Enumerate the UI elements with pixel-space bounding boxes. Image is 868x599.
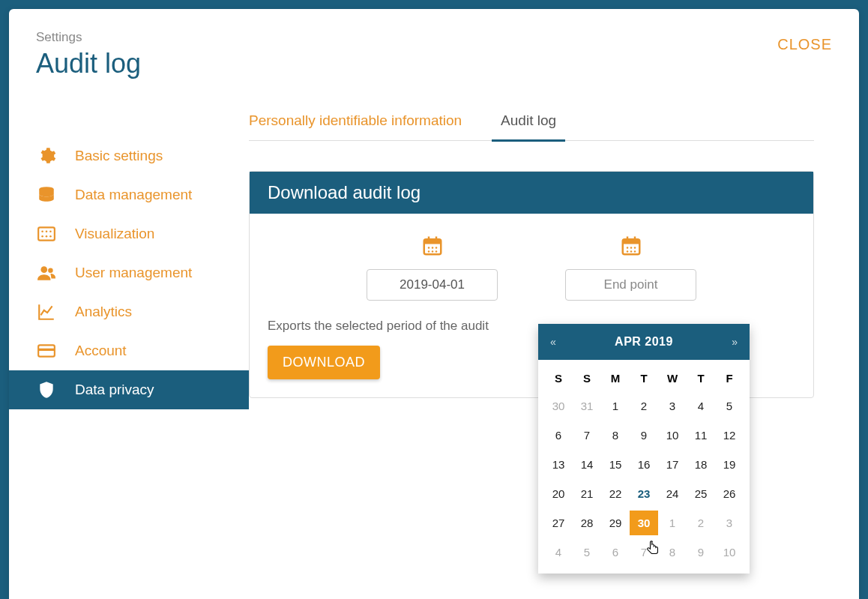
- datepicker-day[interactable]: 17: [658, 452, 687, 477]
- datepicker-day[interactable]: 18: [687, 452, 715, 477]
- sidebar-item-account[interactable]: Account: [9, 331, 249, 370]
- sidebar-item-data-privacy[interactable]: Data privacy: [9, 370, 249, 409]
- svg-rect-24: [626, 237, 628, 241]
- datepicker-day[interactable]: 13: [544, 452, 573, 477]
- svg-point-20: [431, 250, 433, 253]
- sidebar-item-analytics[interactable]: Analytics: [9, 292, 249, 331]
- svg-point-4: [49, 230, 52, 232]
- sidebar-item-label: User management: [75, 265, 192, 281]
- page-title: Audit log: [36, 48, 141, 79]
- svg-point-29: [626, 250, 628, 253]
- datepicker-day[interactable]: 9: [630, 423, 658, 448]
- sidebar-item-data-management[interactable]: Data management: [9, 175, 249, 214]
- card-title: Download audit log: [250, 172, 813, 214]
- datepicker-day[interactable]: 2: [687, 511, 715, 535]
- datepicker-popup: « APR 2019 » SSMTWTF30311234567891011121…: [538, 324, 750, 574]
- datepicker-day[interactable]: 28: [573, 511, 601, 535]
- start-date-col: [367, 235, 498, 301]
- tab-pii[interactable]: Personally identifiable information: [249, 112, 483, 140]
- datepicker-day[interactable]: 26: [715, 481, 744, 506]
- sidebar-item-label: Visualization: [75, 226, 154, 242]
- database-icon: [36, 184, 57, 205]
- datepicker-day[interactable]: 6: [601, 540, 630, 565]
- datepicker-day[interactable]: 20: [544, 481, 573, 506]
- datepicker-day[interactable]: 5: [715, 394, 744, 418]
- end-date-input[interactable]: [565, 269, 696, 301]
- date-row: [268, 235, 795, 301]
- svg-point-27: [630, 247, 632, 249]
- datepicker-day[interactable]: 23: [630, 481, 658, 506]
- datepicker-dow: S: [544, 367, 573, 389]
- grid-icon: [36, 223, 57, 244]
- modal-header: Settings Audit log CLOSE: [9, 9, 859, 94]
- datepicker-next[interactable]: »: [732, 336, 738, 348]
- close-button[interactable]: CLOSE: [777, 30, 832, 53]
- datepicker-day[interactable]: 25: [687, 481, 715, 506]
- datepicker-prev[interactable]: «: [550, 336, 556, 348]
- datepicker-day[interactable]: 8: [601, 423, 630, 448]
- datepicker-day[interactable]: 9: [687, 540, 715, 565]
- datepicker-day[interactable]: 11: [687, 423, 715, 448]
- datepicker-day[interactable]: 29: [601, 511, 630, 535]
- tabs: Personally identifiable information Audi…: [249, 112, 814, 141]
- svg-rect-23: [622, 239, 639, 244]
- datepicker-dow: W: [658, 367, 687, 389]
- datepicker-day[interactable]: 30: [630, 511, 658, 535]
- svg-point-2: [41, 230, 43, 232]
- sidebar-item-basic-settings[interactable]: Basic settings: [9, 136, 249, 175]
- datepicker-day[interactable]: 31: [573, 394, 601, 418]
- datepicker-day[interactable]: 10: [715, 540, 744, 565]
- svg-point-19: [427, 250, 430, 253]
- svg-rect-25: [633, 237, 636, 241]
- svg-point-3: [46, 230, 48, 232]
- datepicker-day[interactable]: 6: [544, 423, 573, 448]
- tab-audit-log[interactable]: Audit log: [492, 112, 565, 142]
- datepicker-day[interactable]: 7: [573, 423, 601, 448]
- datepicker-dow: F: [715, 367, 744, 389]
- datepicker-day[interactable]: 14: [573, 452, 601, 477]
- datepicker-day[interactable]: 24: [658, 481, 687, 506]
- svg-point-16: [427, 247, 430, 249]
- sidebar-item-visualization[interactable]: Visualization: [9, 214, 249, 253]
- datepicker-day[interactable]: 19: [715, 452, 744, 477]
- datepicker-day[interactable]: 4: [544, 540, 573, 565]
- svg-point-5: [41, 235, 43, 238]
- datepicker-day[interactable]: 30: [544, 394, 573, 418]
- sidebar-item-label: Analytics: [75, 304, 132, 320]
- datepicker-dow: T: [687, 367, 715, 389]
- card-icon: [36, 340, 57, 361]
- datepicker-day[interactable]: 4: [687, 394, 715, 418]
- breadcrumb: Settings: [36, 30, 141, 45]
- datepicker-day[interactable]: 2: [630, 394, 658, 418]
- datepicker-day[interactable]: 22: [601, 481, 630, 506]
- svg-point-9: [48, 268, 53, 274]
- svg-point-7: [49, 235, 52, 238]
- start-date-input[interactable]: [367, 269, 498, 301]
- chart-icon: [36, 301, 57, 322]
- svg-rect-1: [38, 227, 55, 240]
- datepicker-day[interactable]: 12: [715, 423, 744, 448]
- cursor-pointer-icon: [645, 540, 660, 555]
- sidebar: Basic settings Data management Visualiza…: [9, 112, 249, 599]
- end-date-col: [565, 235, 696, 301]
- datepicker-day[interactable]: 8: [658, 540, 687, 565]
- datepicker-day[interactable]: 10: [658, 423, 687, 448]
- svg-rect-14: [427, 237, 430, 241]
- sidebar-item-user-management[interactable]: User management: [9, 253, 249, 292]
- datepicker-day[interactable]: 3: [715, 511, 744, 535]
- datepicker-day[interactable]: 1: [658, 511, 687, 535]
- datepicker-day[interactable]: 3: [658, 394, 687, 418]
- svg-point-18: [435, 247, 437, 249]
- gear-icon: [36, 145, 57, 166]
- datepicker-day[interactable]: 16: [630, 452, 658, 477]
- datepicker-title[interactable]: APR 2019: [615, 335, 673, 349]
- datepicker-dow: S: [573, 367, 601, 389]
- datepicker-day[interactable]: 15: [601, 452, 630, 477]
- download-button[interactable]: DOWNLOAD: [268, 346, 380, 379]
- datepicker-day[interactable]: 5: [573, 540, 601, 565]
- svg-rect-11: [38, 349, 55, 351]
- datepicker-day[interactable]: 1: [601, 394, 630, 418]
- datepicker-day[interactable]: 27: [544, 511, 573, 535]
- svg-point-26: [626, 247, 628, 249]
- datepicker-day[interactable]: 21: [573, 481, 601, 506]
